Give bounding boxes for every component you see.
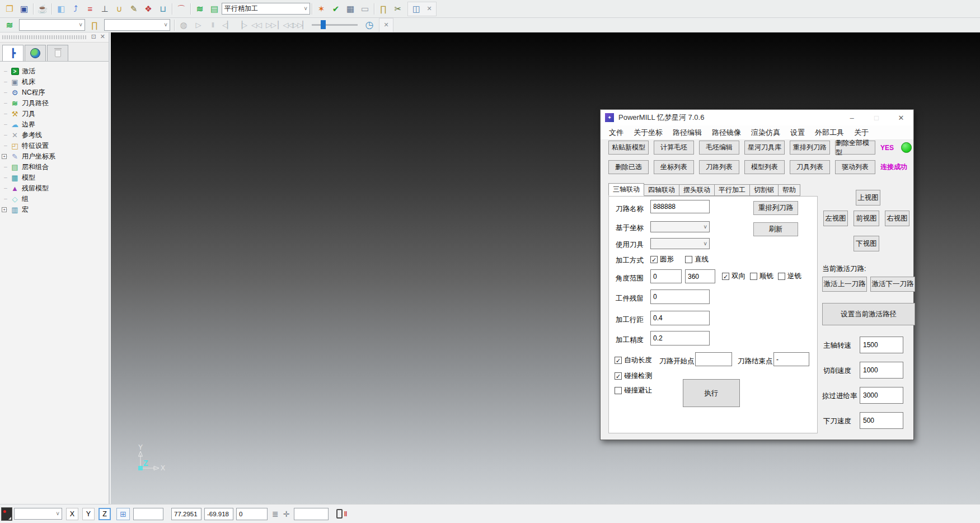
statusbar-field-2[interactable] <box>294 508 329 520</box>
locate-pointer-icon[interactable]: ✛ <box>283 510 290 519</box>
tab-explorer-recycle[interactable] <box>47 45 68 61</box>
tree-item-groups[interactable]: ┄◇组 <box>1 194 109 204</box>
toolpath-name-input[interactable] <box>650 200 710 213</box>
climb-checkbox[interactable]: 顺铣 <box>750 272 773 281</box>
spindle-speed-input[interactable] <box>860 337 903 353</box>
go-start-button[interactable]: ▏◁◁ <box>278 18 293 32</box>
coord-z-input[interactable] <box>236 508 268 520</box>
view-right-button[interactable]: 右视图 <box>885 211 909 226</box>
expand-plus-icon[interactable]: + <box>2 207 7 212</box>
tolerance-input[interactable] <box>650 331 710 345</box>
cutting-feed-input[interactable] <box>860 362 903 379</box>
checkbox-icon[interactable] <box>615 357 622 364</box>
stock-allowance-input[interactable] <box>650 289 710 304</box>
bidirectional-checkbox[interactable]: 双向 <box>722 272 745 281</box>
tab-help[interactable]: 帮助 <box>779 184 800 196</box>
menu-settings[interactable]: 设置 <box>785 128 810 138</box>
toolpath-spring-icon[interactable]: ≋ <box>193 2 207 16</box>
tool-list-button[interactable]: 刀具列表 <box>790 160 830 174</box>
toolbar-close-icon[interactable]: ✕ <box>424 2 435 16</box>
tree-item-feature-sets[interactable]: ┄◰特征设置 <box>1 141 109 151</box>
stepover-input[interactable] <box>650 311 710 325</box>
end-point-input[interactable] <box>773 352 809 366</box>
fast-forward-button[interactable]: ▷▷ <box>264 18 278 32</box>
menu-external-tools[interactable]: 外部工具 <box>810 128 849 138</box>
toolbar-close-icon[interactable]: ✕ <box>381 18 392 32</box>
tab-3axis[interactable]: 三轴联动 <box>608 183 644 196</box>
axis-x-button[interactable]: X <box>66 508 78 520</box>
slider-handle[interactable] <box>321 20 326 29</box>
activate-prev-button[interactable]: 激活上一刀路 <box>822 277 867 292</box>
menu-about-coords[interactable]: 关于坐标 <box>629 128 668 138</box>
base-coord-select[interactable]: ˅ <box>650 221 710 232</box>
trim-scissors-icon[interactable]: ✂ <box>391 2 405 16</box>
view-top-button[interactable]: 上视图 <box>856 190 880 206</box>
menu-render-sim[interactable]: 渲染仿真 <box>746 128 785 138</box>
calc-block-button[interactable]: 计算毛坯 <box>654 141 694 155</box>
bulb-icon[interactable]: ◍ <box>176 18 191 32</box>
menu-file[interactable]: 文件 <box>604 128 629 138</box>
menu-about[interactable]: 关于 <box>849 128 874 138</box>
coord-y-input[interactable] <box>204 508 233 520</box>
close-icon[interactable]: ✕ <box>889 110 913 125</box>
coord-x-input[interactable] <box>171 508 201 520</box>
statusbar-dropdown[interactable]: ˅ <box>14 508 62 520</box>
clock-icon[interactable]: ◷ <box>362 18 377 32</box>
explorer-grip[interactable]: ⊡ ✕ <box>0 32 109 43</box>
sim-tool-dropdown[interactable]: ˅ <box>104 19 170 31</box>
checkbox-icon[interactable] <box>778 273 785 280</box>
tool-library-button[interactable]: 星河刀具库 <box>744 141 785 155</box>
tree-item-tools[interactable]: ┄⚒刀具 <box>1 109 109 119</box>
calculator-icon[interactable]: ▦ <box>343 2 358 16</box>
tree-item-nc-programs[interactable]: ┄⚙NC程序 <box>1 87 109 98</box>
leads-links-icon[interactable]: ∪ <box>112 2 126 16</box>
tab-4axis[interactable]: 四轴联动 <box>644 184 679 196</box>
axis-y-button[interactable]: Y <box>82 508 95 520</box>
angle-to-input[interactable] <box>685 269 715 283</box>
rapid-heights-icon[interactable]: ≡ <box>83 2 97 16</box>
tree-item-boundaries[interactable]: ┄☁边界 <box>1 119 109 130</box>
collision-avoid-checkbox[interactable]: 碰撞避让 <box>615 386 652 395</box>
paste-new-model-button[interactable]: 粘贴新模型 <box>608 141 649 155</box>
pattern-points-icon[interactable]: ❖ <box>141 2 156 16</box>
sort-list-icon[interactable]: ≣ <box>272 510 279 519</box>
block-icon[interactable]: ◧ <box>54 2 68 16</box>
close-panel-icon[interactable]: ✕ <box>100 33 105 40</box>
activate-next-button[interactable]: 激活下一刀路 <box>870 277 915 292</box>
line-checkbox[interactable]: 直线 <box>685 255 709 264</box>
plunge-feed-input[interactable] <box>860 412 903 429</box>
conventional-checkbox[interactable]: 逆铣 <box>778 272 801 281</box>
simulation-speed-slider[interactable] <box>312 24 358 26</box>
model-list-button[interactable]: 模型列表 <box>744 160 785 174</box>
menu-path-edit[interactable]: 路径编辑 <box>668 128 707 138</box>
tool-block-icon[interactable]: ⊔ <box>156 2 170 16</box>
circle-checkbox[interactable]: 圆形 <box>650 255 674 264</box>
angle-from-input[interactable] <box>650 269 682 283</box>
refresh-button[interactable]: 刷新 <box>753 222 798 236</box>
tree-item-levels[interactable]: ┄▤层和组合 <box>1 162 109 172</box>
grip-handle[interactable] <box>2 35 86 39</box>
sim-toolpath-dropdown[interactable]: ˅ <box>19 19 85 31</box>
tab-swivel-head[interactable]: 摆头联动 <box>679 184 715 196</box>
tree-item-activate[interactable]: ┄>激活 <box>1 66 109 77</box>
go-end-button[interactable]: ▷▷▏ <box>293 18 307 32</box>
tree-item-stock-models[interactable]: ┄▲残留模型 <box>1 183 109 194</box>
tree-item-workplanes[interactable]: +┄✎用户坐标系 <box>1 151 109 162</box>
tree-item-toolpaths[interactable]: ┄≋刀具路径 <box>1 98 109 109</box>
skim-feed-input[interactable] <box>860 387 903 404</box>
dialog-titlebar[interactable]: ✦ PowerMILL 忆梦星河 7.0.6 – □ ✕ <box>601 110 913 125</box>
rearrange-toolpath-button[interactable]: 重排列刀路 <box>790 141 830 155</box>
checkbox-icon[interactable] <box>750 273 757 280</box>
tree-item-patterns[interactable]: ┄✕参考线 <box>1 130 109 141</box>
tab-explorer-tree[interactable]: ┣ <box>2 45 24 61</box>
use-tool-select[interactable]: ˅ <box>650 238 710 249</box>
save-project-icon[interactable]: ▣ <box>17 2 31 16</box>
checkbox-icon[interactable] <box>650 256 658 263</box>
cursor-style-button[interactable] <box>1 507 12 521</box>
pause-button[interactable]: ‖ <box>205 18 220 32</box>
tool-pair-icon[interactable]: ∏ <box>376 2 391 16</box>
float-panel-icon[interactable]: ⊡ <box>91 33 96 40</box>
view-front-button[interactable]: 前视图 <box>854 211 879 226</box>
phone-icon[interactable] <box>336 509 343 519</box>
open-project-icon[interactable]: ❐ <box>2 2 17 16</box>
